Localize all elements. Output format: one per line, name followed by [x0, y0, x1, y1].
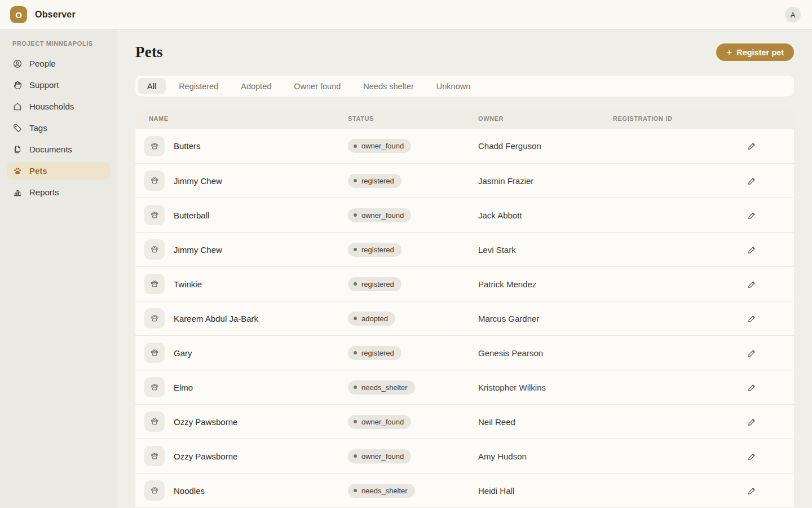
status-dot-icon: [354, 454, 357, 458]
status-dot-icon: [354, 248, 357, 251]
edit-button[interactable]: [745, 415, 759, 429]
status-label: registered: [361, 177, 394, 185]
person-icon: [12, 59, 23, 69]
column-header-name: Name: [135, 115, 348, 122]
pet-avatar: [144, 480, 165, 501]
sidebar-item-documents[interactable]: Documents: [7, 141, 110, 158]
edit-button[interactable]: [745, 312, 759, 326]
tag-icon: [12, 123, 23, 133]
status-badge: registered: [348, 277, 401, 291]
sidebar-item-pets[interactable]: Pets: [7, 162, 110, 179]
pet-name: Elmo: [174, 383, 193, 392]
plus-icon: +: [726, 47, 732, 57]
status-dot-icon: [354, 386, 357, 389]
table-row[interactable]: Kareem Abdul Ja-Bark adopted Marcus Gard…: [135, 301, 794, 335]
edit-button[interactable]: [745, 484, 759, 498]
sidebar-item-tags[interactable]: Tags: [7, 119, 110, 137]
pencil-icon: [747, 245, 757, 255]
owner-name: Neil Reed: [478, 417, 613, 427]
edit-button[interactable]: [745, 174, 759, 188]
pet-name: Noodles: [174, 486, 205, 496]
status-dot-icon: [354, 179, 357, 182]
register-pet-label: Register pet: [736, 48, 784, 57]
sidebar-item-support[interactable]: Support: [7, 76, 110, 94]
register-pet-button[interactable]: + Register pet: [716, 43, 794, 61]
bar-chart-icon: [12, 187, 23, 198]
pet-name: Jimmy Chew: [174, 176, 222, 186]
status-dot-icon: [354, 489, 357, 492]
table-row[interactable]: Gary registered Genesis Pearson: [135, 335, 794, 370]
status-badge: owner_found: [348, 415, 411, 429]
pet-name: Butters: [174, 141, 201, 151]
project-label: PROJECT MINNEAPOLIS: [7, 40, 110, 47]
status-badge: registered: [348, 174, 401, 188]
owner-name: Kristopher Wilkins: [478, 383, 613, 392]
status-dot-icon: [354, 420, 357, 423]
top-bar: O Observer A: [0, 0, 812, 30]
edit-button[interactable]: [745, 139, 759, 153]
brand: O Observer: [10, 6, 76, 23]
sidebar-item-reports[interactable]: Reports: [7, 183, 110, 201]
status-badge: owner_found: [348, 449, 411, 463]
edit-button[interactable]: [745, 346, 759, 360]
owner-name: Heidi Hall: [478, 486, 613, 496]
owner-name: Patrick Mendez: [478, 279, 613, 289]
table-row[interactable]: Butterball owner_found Jack Abbott: [135, 198, 794, 232]
pencil-icon: [747, 314, 757, 323]
edit-button[interactable]: [745, 277, 759, 291]
edit-button[interactable]: [745, 208, 759, 222]
pencil-icon: [747, 417, 757, 427]
sidebar-item-people[interactable]: People: [7, 55, 110, 72]
status-label: registered: [361, 246, 394, 254]
table-row[interactable]: Ozzy Pawsborne owner_found Neil Reed: [135, 404, 794, 439]
tab-registered[interactable]: Registered: [169, 78, 228, 94]
edit-button[interactable]: [745, 449, 759, 463]
pet-avatar: [144, 343, 165, 363]
tab-needs-shelter[interactable]: Needs shelter: [354, 78, 423, 94]
paw-icon: [149, 313, 160, 323]
status-label: registered: [361, 349, 394, 357]
owner-name: Amy Hudson: [478, 452, 613, 461]
paw-icon: [149, 382, 160, 392]
status-badge: needs_shelter: [348, 380, 415, 395]
pet-avatar: [144, 239, 165, 260]
status-label: registered: [361, 280, 394, 288]
tab-unknown[interactable]: Unknown: [427, 78, 480, 94]
pet-avatar: [144, 411, 165, 432]
pencil-icon: [747, 279, 757, 289]
paw-icon: [12, 166, 23, 176]
pet-name: Gary: [174, 348, 192, 358]
tab-adopted[interactable]: Adopted: [231, 78, 281, 94]
brand-name: Observer: [35, 10, 76, 20]
table-row[interactable]: Jimmy Chew registered Jasmin Frazier: [135, 163, 794, 198]
pet-name: Jimmy Chew: [174, 245, 222, 255]
edit-button[interactable]: [745, 380, 759, 395]
user-avatar[interactable]: A: [785, 7, 801, 23]
column-header-status: Status: [348, 115, 478, 122]
table-row[interactable]: Elmo needs_shelter Kristopher Wilkins: [135, 370, 794, 404]
pet-avatar: [144, 446, 165, 466]
tab-all[interactable]: All: [138, 78, 166, 94]
observer-logo-icon: O: [10, 6, 27, 23]
status-label: owner_found: [361, 142, 404, 150]
table-row[interactable]: Ozzy Pawsborne owner_found Amy Hudson: [135, 439, 794, 473]
table-row[interactable]: Butters owner_found Chadd Ferguson: [135, 129, 794, 163]
status-label: owner_found: [361, 418, 404, 426]
table-header: Name Status Owner Registration id: [135, 108, 794, 129]
table-row[interactable]: Twinkie registered Patrick Mendez: [135, 266, 794, 301]
table-row[interactable]: Noodles needs_shelter Heidi Hall: [135, 473, 794, 507]
owner-name: Marcus Gardner: [478, 314, 613, 323]
owner-name: Genesis Pearson: [478, 348, 613, 358]
pencil-icon: [747, 348, 757, 358]
pet-avatar: [144, 205, 165, 225]
sidebar-item-label: Support: [29, 80, 59, 90]
paw-icon: [149, 210, 160, 220]
edit-button[interactable]: [745, 243, 759, 257]
sidebar-item-households[interactable]: Households: [7, 98, 110, 115]
pet-avatar: [144, 170, 165, 191]
paw-icon: [149, 141, 160, 151]
paw-icon: [149, 451, 160, 461]
table-row[interactable]: Jimmy Chew registered Levi Stark: [135, 232, 794, 266]
tab-owner-found[interactable]: Owner found: [284, 78, 350, 94]
pet-name: Ozzy Pawsborne: [174, 417, 237, 427]
